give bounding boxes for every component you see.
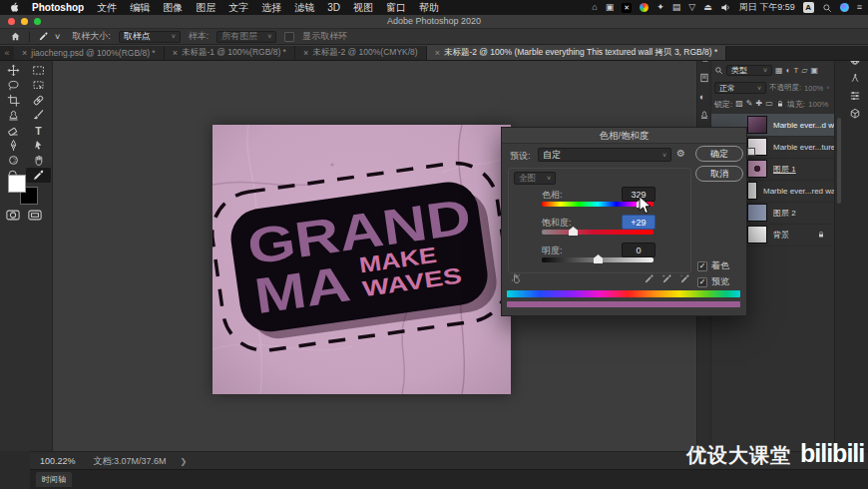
close-tab-icon[interactable]: × <box>22 48 27 58</box>
healing-brush-tool[interactable] <box>26 93 51 108</box>
layer-thumbnail[interactable] <box>747 116 767 134</box>
home-sharing-icon[interactable]: ⌂ <box>592 0 597 15</box>
filter-type-icon[interactable]: T <box>793 67 798 75</box>
saturation-slider[interactable] <box>542 230 653 235</box>
menu-item-3d[interactable]: 3D <box>327 2 340 13</box>
path-selection-tool[interactable] <box>26 138 51 153</box>
menu-item-image[interactable]: 图像 <box>163 1 183 15</box>
document-tab-3[interactable]: × 未标题-2 @ 100%(CMYK/8) <box>295 46 427 60</box>
brushes-panel-icon[interactable] <box>849 72 861 84</box>
pen-tool[interactable] <box>1 138 26 153</box>
eyedropper-tool-preset-icon[interactable]: ˅ <box>38 31 64 43</box>
search-icon[interactable] <box>822 3 832 13</box>
app-status-icon[interactable]: ✕ <box>622 3 632 13</box>
siri-icon[interactable] <box>840 3 849 12</box>
home-icon[interactable] <box>10 31 21 42</box>
lock-position-icon[interactable]: ✚ <box>756 100 763 108</box>
libraries-panel-icon[interactable] <box>699 73 709 83</box>
preset-dropdown[interactable]: 自定 ˅ <box>538 148 671 162</box>
layer-filter-type-dropdown[interactable]: 类型 ˅ <box>726 65 772 76</box>
menu-item-type[interactable]: 文字 <box>228 1 248 15</box>
lightness-value-input[interactable]: 0 <box>622 243 655 257</box>
document-tab-2[interactable]: × 未标题-1 @ 100%(RGB/8) * <box>165 46 295 60</box>
eraser-tool[interactable] <box>1 123 26 138</box>
foreground-color-swatch[interactable] <box>8 175 26 193</box>
layer-thumbnail[interactable] <box>747 226 767 244</box>
menu-item-layer[interactable]: 图层 <box>196 1 216 15</box>
fan-status-icon[interactable]: ✦ <box>656 0 664 15</box>
pinwheel-status-icon[interactable] <box>640 3 649 12</box>
screen-mirroring-icon[interactable]: ▣ <box>606 0 615 15</box>
input-source-icon[interactable]: A <box>803 2 814 13</box>
chevron-down-icon[interactable]: ˅ <box>826 85 830 91</box>
apple-icon[interactable] <box>10 2 19 13</box>
notification-center-icon[interactable]: ≡ <box>857 0 862 15</box>
clone-source-panel-icon[interactable] <box>699 110 709 120</box>
sample-size-dropdown[interactable]: 取样点 ˅ <box>119 31 181 43</box>
filter-pixel-icon[interactable]: ▦ <box>775 67 783 75</box>
close-tab-icon[interactable]: × <box>303 48 308 58</box>
object-selection-tool[interactable] <box>26 78 51 93</box>
layer-thumbnail[interactable] <box>747 204 767 222</box>
blend-mode-dropdown[interactable]: 正常 ˅ <box>714 82 766 94</box>
lock-pixels-icon[interactable]: ✎ <box>746 100 753 108</box>
menu-item-select[interactable]: 选择 <box>261 1 281 15</box>
move-tool[interactable] <box>1 63 26 78</box>
brush-tool[interactable] <box>26 108 51 123</box>
sample-dropdown[interactable]: 所有图层 ˅ <box>217 31 276 43</box>
menu-item-view[interactable]: 视图 <box>353 1 373 15</box>
keyboard-status-icon[interactable]: ▤ <box>672 0 681 15</box>
3d-panel-icon[interactable] <box>849 108 861 120</box>
layer-thumbnail[interactable] <box>747 138 767 156</box>
crop-tool[interactable] <box>1 93 26 108</box>
fill-value[interactable]: 100% <box>808 100 828 109</box>
adjustments-panel-icon[interactable]: ◐ <box>699 92 704 102</box>
preview-checkbox[interactable]: ✓ <box>697 277 707 287</box>
scrollbar-thumb[interactable] <box>837 118 841 204</box>
lock-transparency-icon[interactable]: ▨ <box>735 100 743 108</box>
close-tab-icon[interactable]: × <box>173 48 178 58</box>
layer-thumbnail[interactable] <box>747 160 767 178</box>
quick-mask-icon[interactable] <box>6 210 20 221</box>
layer-thumbnail[interactable] <box>747 182 757 200</box>
lock-artboard-icon[interactable]: ▭ <box>765 100 773 108</box>
hand-tool[interactable] <box>26 153 51 168</box>
close-tab-icon[interactable]: × <box>435 48 440 58</box>
menu-item-file[interactable]: 文件 <box>97 1 117 15</box>
document-tab-1[interactable]: × jiaocheng.psd @ 100%(RGB/8) * <box>14 46 165 60</box>
marquee-tool[interactable] <box>26 63 51 78</box>
preset-options-gear-icon[interactable]: ⚙ <box>676 148 685 159</box>
targeted-adjustment-icon[interactable] <box>510 272 522 284</box>
menu-clock[interactable]: 周日 下午9:59 <box>739 1 795 14</box>
menu-app-name[interactable]: Photoshop <box>32 2 84 13</box>
channel-dropdown[interactable]: 全图 ˅ <box>514 172 556 185</box>
filter-smart-object-icon[interactable]: ▣ <box>810 67 818 75</box>
menu-item-filter[interactable]: 滤镜 <box>294 1 314 15</box>
menu-item-window[interactable]: 窗口 <box>386 1 406 15</box>
menu-item-edit[interactable]: 编辑 <box>130 1 150 15</box>
type-tool[interactable] <box>26 123 51 138</box>
colorize-checkbox[interactable]: ✓ <box>697 261 707 271</box>
volume-icon[interactable] <box>720 2 731 13</box>
zoom-level-field[interactable]: 100.22% <box>40 456 76 466</box>
filter-shape-icon[interactable]: ▱ <box>801 67 807 75</box>
opacity-value[interactable]: 100% <box>804 84 823 93</box>
saturation-value-input[interactable]: +29 <box>622 215 655 230</box>
screen-mode-icon[interactable] <box>28 210 42 221</box>
cancel-button[interactable]: 取消 <box>695 166 743 182</box>
eject-icon[interactable]: ⏏ <box>703 0 712 15</box>
show-ring-checkbox[interactable] <box>284 32 294 42</box>
ok-button[interactable]: 确定 <box>695 146 743 162</box>
eyedropper-icon[interactable] <box>644 273 654 284</box>
menu-item-help[interactable]: 帮助 <box>419 1 439 15</box>
dodge-tool[interactable] <box>1 153 26 168</box>
timeline-tab[interactable]: 时间轴 <box>36 472 72 487</box>
lasso-tool[interactable] <box>1 78 26 93</box>
add-eyedropper-icon[interactable]: + <box>661 273 672 284</box>
subtract-eyedropper-icon[interactable]: − <box>679 273 690 284</box>
status-arrow-icon[interactable]: ❯ <box>181 457 188 466</box>
filter-adjustment-icon[interactable]: ◐ <box>786 67 791 75</box>
lock-all-icon[interactable] <box>776 100 784 108</box>
document-canvas[interactable]: GRAND MA MAKE WAVES <box>213 125 511 394</box>
layer-search-icon[interactable] <box>714 66 723 75</box>
